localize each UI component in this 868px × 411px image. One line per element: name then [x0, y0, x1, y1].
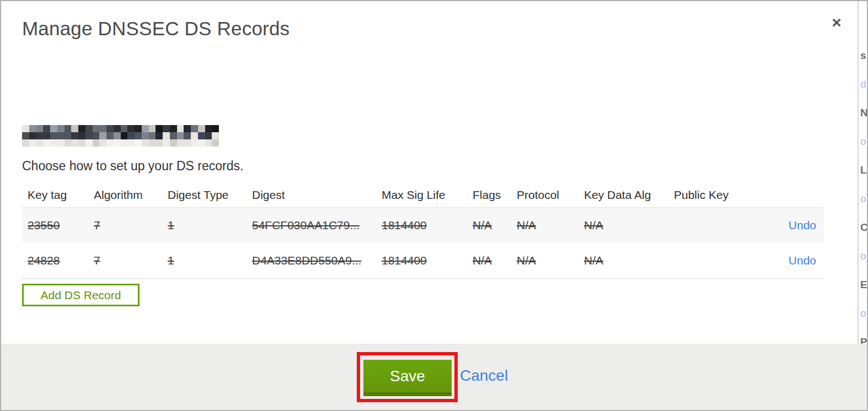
- cell-algorithm: 7: [94, 219, 168, 232]
- column-header: Protocol: [517, 188, 584, 202]
- redaction-pixel: [85, 139, 93, 147]
- cell-key-tag: 24828: [28, 254, 94, 267]
- cancel-link[interactable]: Cancel: [460, 367, 508, 385]
- background-text-fragment: o: [860, 136, 866, 148]
- redaction-pixel: [156, 125, 163, 132]
- redaction-pixel: [50, 139, 57, 147]
- column-header: Key Data Alg: [584, 188, 674, 202]
- redaction-pixel: [57, 125, 65, 132]
- redaction-pixel: [22, 125, 29, 132]
- redaction-pixel: [184, 132, 191, 139]
- redaction-pixel: [114, 125, 121, 132]
- redaction-pixel: [93, 132, 100, 139]
- redaction-pixel: [212, 139, 219, 147]
- redaction-pixel: [78, 125, 85, 132]
- redaction-pixel: [127, 125, 135, 132]
- redaction-pixel: [142, 132, 149, 139]
- table-row: 2482871D4A33E8DD550A9...1814400N/AN/AN/A…: [22, 243, 824, 279]
- redaction-pixel: [184, 125, 191, 132]
- background-text-fragment: E: [860, 279, 867, 291]
- redaction-pixel: [22, 132, 29, 139]
- redaction-pixel: [78, 132, 85, 139]
- cell-digest-type: 1: [168, 219, 252, 232]
- column-header: Digest Type: [168, 188, 252, 202]
- redaction-pixel: [99, 132, 106, 139]
- redaction-pixel: [127, 132, 135, 139]
- redaction-pixel: [121, 139, 128, 147]
- redaction-pixel: [106, 139, 114, 147]
- redaction-pixel: [99, 139, 106, 147]
- redaction-pixel: [71, 125, 78, 132]
- background-page-sliver: sdNoLoCoEoP: [858, 1, 867, 344]
- ds-records-table: Key tagAlgorithmDigest TypeDigestMax Sig…: [22, 183, 824, 279]
- redaction-pixel: [29, 125, 36, 132]
- redaction-pixel: [163, 139, 170, 147]
- redaction-pixel: [177, 132, 184, 139]
- redaction-pixel: [43, 132, 50, 139]
- redaction-pixel: [65, 139, 72, 147]
- dnssec-modal: Manage DNSSEC DS Records × Choose how to…: [0, 0, 868, 411]
- redaction-pixel: [205, 139, 212, 147]
- column-header: Key tag: [28, 188, 94, 202]
- cell-action: Undo: [779, 219, 816, 232]
- cell-key-data-alg: N/A: [584, 219, 674, 232]
- background-text-fragment: N: [860, 107, 867, 119]
- redaction-pixel: [93, 125, 100, 132]
- redaction-pixel: [156, 139, 163, 147]
- redaction-pixel: [93, 139, 100, 147]
- redaction-pixel: [127, 139, 135, 147]
- redaction-pixel: [198, 132, 205, 139]
- cell-protocol: N/A: [517, 219, 584, 232]
- cell-key-data-alg: N/A: [584, 254, 674, 267]
- cell-max-sig-life: 1814400: [382, 254, 473, 267]
- redaction-pixel: [170, 132, 177, 139]
- redaction-pixel: [114, 132, 121, 139]
- redaction-pixel: [205, 125, 212, 132]
- redaction-pixel: [106, 125, 114, 132]
- redaction-pixel: [114, 139, 121, 147]
- background-text-fragment: P: [860, 336, 867, 344]
- redaction-pixel: [163, 132, 170, 139]
- redaction-pixel: [163, 125, 170, 132]
- redaction-pixel: [22, 139, 29, 147]
- cell-digest: D4A33E8DD550A9...: [252, 254, 382, 267]
- redaction-pixel: [191, 132, 198, 139]
- redaction-pixel: [170, 125, 177, 132]
- redaction-pixel: [177, 125, 184, 132]
- redaction-pixel: [50, 132, 57, 139]
- redaction-pixel: [36, 125, 44, 132]
- add-ds-record-button[interactable]: Add DS Record: [22, 284, 140, 306]
- redaction-pixel: [142, 125, 149, 132]
- undo-link[interactable]: Undo: [789, 254, 816, 267]
- column-header: Algorithm: [94, 188, 168, 202]
- redaction-pixel: [149, 132, 156, 139]
- table-header-row: Key tagAlgorithmDigest TypeDigestMax Sig…: [22, 183, 824, 207]
- cell-max-sig-life: 1814400: [382, 219, 473, 232]
- redaction-pixel: [142, 139, 149, 147]
- cell-flags: N/A: [473, 254, 517, 267]
- redaction-pixel: [78, 139, 85, 147]
- column-header: Digest: [252, 188, 382, 202]
- redaction-pixel: [198, 125, 205, 132]
- redaction-pixel: [121, 125, 128, 132]
- redaction-pixel: [121, 132, 128, 139]
- background-text-fragment: s: [860, 50, 866, 62]
- redaction-pixel: [184, 139, 191, 147]
- background-text-fragment: o: [860, 307, 866, 320]
- redaction-pixel: [71, 139, 78, 147]
- background-text-fragment: o: [860, 250, 866, 262]
- redaction-pixel: [198, 139, 205, 147]
- close-icon[interactable]: ×: [827, 13, 846, 32]
- redaction-pixel: [50, 125, 57, 132]
- table-row: 235507154FCF030AA1C79...1814400N/AN/AN/A…: [22, 207, 824, 243]
- background-text-fragment: o: [860, 193, 866, 205]
- save-button[interactable]: Save: [363, 360, 452, 396]
- undo-link[interactable]: Undo: [789, 219, 816, 231]
- redaction-pixel: [212, 125, 219, 132]
- cell-action: Undo: [779, 254, 816, 267]
- redaction-pixel: [99, 125, 106, 132]
- redacted-domain-name: [22, 125, 219, 147]
- column-header: Flags: [473, 188, 517, 202]
- redaction-pixel: [191, 139, 198, 147]
- redaction-pixel: [135, 132, 142, 139]
